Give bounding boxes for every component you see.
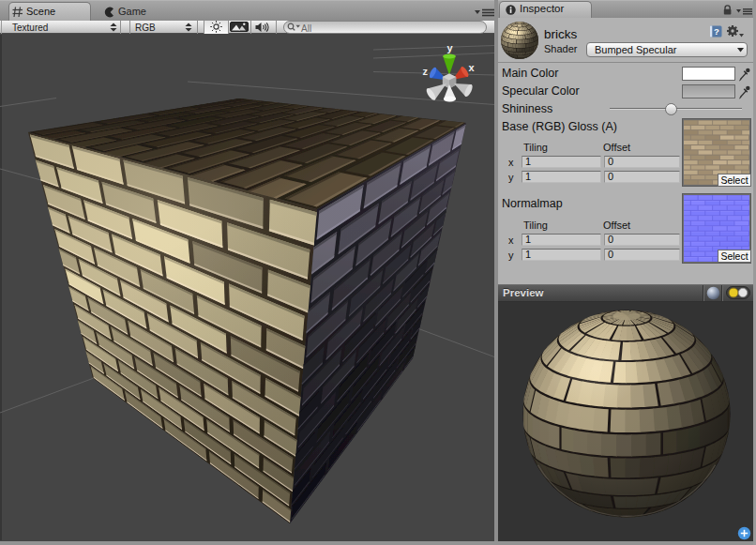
svg-text:z: z <box>423 66 429 77</box>
svg-text:?: ? <box>714 26 719 37</box>
svg-text:x: x <box>469 62 476 73</box>
svg-text:y: y <box>447 42 454 53</box>
